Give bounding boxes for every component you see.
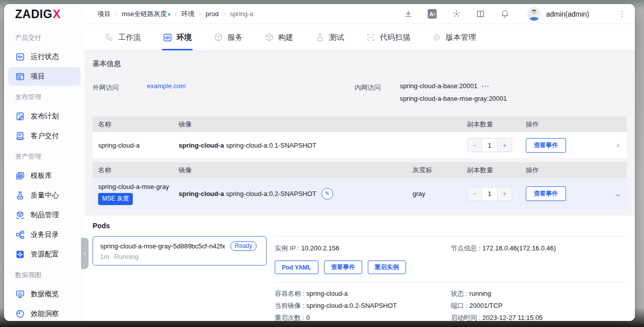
tab-service[interactable]: 服务 [214, 24, 243, 50]
stepper-plus-button[interactable]: + [498, 187, 512, 201]
field-container-name: 容器名称spring-cloud-a [275, 288, 451, 300]
test-flask-icon [315, 33, 325, 42]
field-status: 状态running [451, 288, 627, 300]
replica-stepper: − 1 + [467, 138, 512, 152]
pod-restart-button[interactable]: 重启实例 [368, 260, 406, 274]
tree-icon [15, 230, 25, 239]
zadig-logo[interactable]: ZADIGX [4, 4, 85, 24]
pod-ready-badge: Ready [230, 241, 257, 251]
pod-detail-panel: 实例 IP10.200.2.156 节点信息172.16.0.46(172.16… [275, 236, 627, 321]
col-image: 镜像 [173, 120, 461, 129]
sidebar-collapse-handle[interactable]: ‹ [81, 238, 89, 269]
project-pm-icon: PM [15, 72, 25, 81]
hexagon-icon [265, 33, 274, 42]
tab-label: 服务 [227, 33, 243, 42]
breadcrumb-service[interactable]: spring-a [230, 10, 254, 18]
internal-endpoint-base: spring-cloud-a-base:20001 [399, 82, 477, 90]
gear-square-icon [15, 249, 25, 259]
tab-test[interactable]: 测试 [315, 24, 344, 50]
col-gray-tag: 灰度标 [407, 166, 461, 175]
sidebar-item-label: 质量中心 [31, 191, 59, 200]
field-port: 端口20001/TCP [451, 300, 627, 312]
sidebar-item-label: 发布计划 [31, 112, 59, 121]
tab-code-scan[interactable]: 代码扫描 [366, 24, 410, 50]
docs-book-icon[interactable] [476, 10, 485, 19]
download-icon[interactable] [404, 10, 413, 19]
doc-hand-icon [15, 131, 25, 141]
dropdown-caret-icon: ▾ [168, 12, 171, 17]
base-service-table: 名称 镜像 副本数量 操作 spring-cloud-a spring-clou… [93, 116, 627, 158]
diamond-icon [432, 33, 441, 42]
pod-meta: 1m Running [100, 253, 259, 260]
sidebar-item-projects[interactable]: PM 项目 [8, 67, 80, 86]
tab-workflow[interactable]: 工作流 [105, 24, 141, 50]
tab-label: 测试 [329, 33, 344, 42]
image-cell: spring-cloud-a spring-cloud-a:0.2-SNAPSH… [173, 188, 407, 200]
tab-version-management[interactable]: 版本管理 [432, 24, 476, 50]
sidebar-item-data-overview[interactable]: 数据概览 [8, 285, 80, 303]
sidebar-item-label: 制品管理 [31, 211, 59, 220]
view-events-button[interactable]: 查看事件 [526, 138, 566, 153]
pod-list: spring-cloud-a-mse-gray-5d889bc5cf-n42fx… [93, 236, 267, 321]
sidebar: ZADIGX 产品交付 运行状态 PM 项目 发布管理 发 [4, 4, 85, 321]
pods-section: Pods spring-cloud-a-mse-gray-5d889bc5cf-… [85, 216, 635, 321]
sidebar-item-release-plan[interactable]: 发布计划 [8, 107, 80, 125]
pod-yaml-button[interactable]: Pod YAML [275, 260, 318, 274]
action-cell: 查看事件 [520, 138, 609, 153]
sidebar-item-customer-delivery[interactable]: 客户交付 [8, 126, 80, 145]
pods-body: spring-cloud-a-mse-gray-5d889bc5cf-n42fx… [93, 236, 627, 321]
replicas-cell: − 1 + [461, 138, 520, 152]
image-tag: spring-cloud-a:0.2-SNAPSHOT [226, 190, 316, 198]
col-action: 操作 [520, 166, 609, 175]
breadcrumb-environments[interactable]: 环境 [182, 10, 195, 19]
translate-icon[interactable]: Az [428, 10, 437, 19]
sidebar-item-label: 运行状态 [31, 52, 59, 61]
edit-image-icon[interactable]: ✎ [321, 188, 333, 200]
stepper-value[interactable]: 1 [481, 187, 498, 201]
stepper-minus-button[interactable]: − [467, 139, 481, 152]
pod-card[interactable]: spring-cloud-a-mse-gray-5d889bc5cf-n42fx… [93, 236, 267, 266]
divider [275, 282, 627, 283]
pod-view-events-button[interactable]: 查看事件 [324, 260, 362, 274]
external-access-link[interactable]: example.com [147, 82, 186, 107]
sidebar-item-resource-config[interactable]: 资源配置 [8, 245, 80, 264]
container-fields: 容器名称spring-cloud-a 当前镜像spring-cloud-a:0.… [275, 288, 627, 321]
svg-text:PM: PM [18, 77, 21, 79]
code-window-icon [163, 33, 172, 42]
internal-access: 内网访问 spring-cloud-a-base:20001 ··· sprin… [354, 82, 507, 107]
tab-environment[interactable]: 环境 [163, 24, 192, 50]
breadcrumb-projects[interactable]: 项目 [98, 10, 111, 19]
cluster-icon[interactable] [452, 10, 461, 19]
stepper-plus-button[interactable]: + [498, 139, 512, 152]
tab-label: 代码扫描 [380, 33, 410, 42]
cube-icon [214, 33, 223, 42]
pod-actions: Pod YAML 查看事件 重启实例 [275, 260, 627, 274]
pod-age: 1m [100, 253, 109, 260]
sidebar-item-template-library[interactable]: 模板库 [8, 166, 80, 185]
endpoint-more-icon[interactable]: ··· [481, 82, 490, 90]
sidebar-item-business-catalog[interactable]: 业务目录 [8, 225, 80, 244]
more-menu-icon[interactable]: ⋮ [618, 10, 626, 19]
view-events-button[interactable]: 查看事件 [526, 186, 566, 201]
col-action: 操作 [520, 120, 609, 129]
sidebar-item-quality-center[interactable]: 质量中心 [8, 186, 80, 205]
stepper-minus-button[interactable]: − [467, 187, 481, 201]
user-menu[interactable]: admin(admin) [527, 7, 589, 21]
workflow-icon [105, 33, 114, 42]
breadcrumb-separator: › [115, 11, 117, 18]
bell-icon[interactable] [500, 10, 509, 19]
breadcrumb-separator: › [199, 11, 201, 18]
tab-build[interactable]: 构建 [265, 24, 293, 50]
internal-endpoint-gray: spring-cloud-a-base-mse-gray:20001 [399, 95, 507, 102]
image-cell: spring-cloud-a spring-cloud-a:0.1-SNAPSH… [173, 142, 461, 149]
breadcrumb-separator: › [175, 11, 177, 18]
breadcrumb-env-prod[interactable]: prod [206, 10, 219, 18]
expand-row-icon[interactable]: › [609, 140, 627, 150]
sidebar-item-running-status[interactable]: 运行状态 [8, 47, 80, 66]
sidebar-item-efficiency-insight[interactable]: 效能洞察 [8, 304, 80, 321]
stepper-value[interactable]: 1 [481, 139, 498, 152]
field-restart-count: 重启次数0 [275, 312, 451, 321]
sidebar-item-artifact-management[interactable]: 制品管理 [8, 206, 80, 224]
collapse-row-icon[interactable]: ⌄ [609, 188, 627, 199]
breadcrumb-project-name[interactable]: mse全链路灰度▾ [122, 10, 171, 19]
